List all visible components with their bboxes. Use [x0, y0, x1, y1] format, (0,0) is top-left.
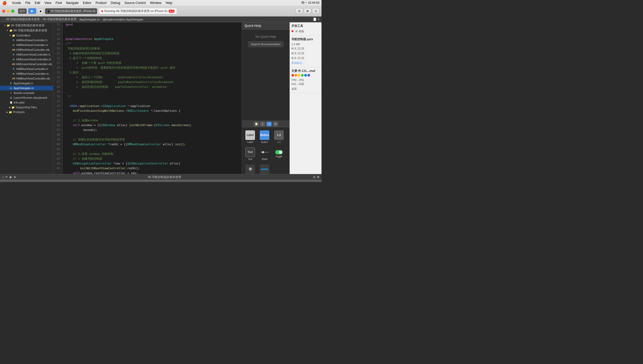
tree-launchscreen[interactable]: ▤ LaunchScreen.storyboard	[0, 95, 53, 100]
menu-editor[interactable]: Editor	[83, 1, 91, 5]
file-label: HMGreenViewController.h	[16, 53, 50, 56]
toggle-icon	[275, 150, 283, 154]
line-num: 23	[55, 61, 60, 65]
add-file-btn[interactable]: +	[2, 176, 4, 179]
path-part-1[interactable]: 06-导航控制器的基本使用	[6, 17, 40, 21]
tree-hmred-xib[interactable]: xib HMRedViewController.xib	[0, 47, 53, 52]
chevron-icon: ▶	[9, 106, 11, 109]
path-part-2[interactable]: 06-导航控制器的基本使用	[43, 17, 76, 21]
er-item-snip[interactable]: snip....png	[291, 78, 320, 82]
er-item-ios[interactable]: ios1...试题	[291, 82, 320, 86]
inspector-right-btn2[interactable]: ⊠	[317, 175, 319, 179]
navigator-toggle[interactable]: ⊟	[296, 8, 303, 14]
obj-btn-circle[interactable]: ⊙	[266, 122, 272, 126]
close-button[interactable]	[2, 10, 5, 13]
obj-label[interactable]: Label Label	[244, 129, 257, 145]
search-documentation-button[interactable]: Search Documentation	[248, 41, 284, 47]
info-icon[interactable]: ℹ	[318, 18, 319, 21]
er-badge: 未·视频	[295, 30, 304, 33]
er-badge-item[interactable]: 未·视频	[291, 29, 320, 34]
tree-products[interactable]: ▶ 📁 Products	[0, 110, 53, 114]
menu-edit[interactable]: Edit	[35, 1, 40, 5]
nav-forward-btn[interactable]: ›	[4, 18, 5, 21]
button-text: Button	[261, 141, 268, 143]
code-area[interactable]: 15 16 17 18 19 20 21 22 23 24 25 26 27 2…	[53, 22, 242, 174]
line-num: 16	[55, 27, 60, 32]
folder-icon: 📁	[9, 29, 13, 32]
minimize-button[interactable]	[7, 10, 10, 13]
red-dot-icon	[291, 30, 294, 32]
er-item-desktop[interactable]: 桌面	[291, 86, 320, 91]
menu-file[interactable]: File	[25, 1, 30, 5]
tree-hmgreen-xib[interactable]: xib HMGreenViewController.xib	[0, 62, 53, 67]
file-label: AppDelegate.m	[14, 86, 34, 90]
color-dot-blue[interactable]	[304, 74, 307, 77]
path-part-3[interactable]: AppDelegate.m	[80, 18, 100, 21]
obj-spinner[interactable]: ✳ Spinner	[244, 163, 257, 174]
obj-btn-code[interactable]: {}	[260, 122, 265, 126]
scheme-selector[interactable]: 📱 06-导航控制器的基本使用 › iPhone 6s	[45, 8, 97, 14]
menu-find[interactable]: Find	[56, 1, 62, 5]
tree-controllers-folder[interactable]: ▼ 📁 Controllers	[0, 33, 53, 38]
menu-help[interactable]: Help	[166, 1, 172, 5]
object-library: 📋 {} ⊙ ⊞ Label Label Button Button 1 2 1…	[242, 121, 290, 174]
tree-assets[interactable]: ⊙ Assets.xcassets	[0, 90, 53, 95]
file-label: Supporting Files	[16, 106, 37, 109]
bottom-btn-3[interactable]: ◉	[9, 175, 12, 179]
obj-button[interactable]: Button Button	[258, 129, 271, 145]
tree-infoplist[interactable]: 📋 Info.plist	[0, 100, 53, 105]
er-add-note[interactable]: 添加标记...	[291, 61, 320, 65]
color-dot-orange[interactable]	[295, 74, 297, 77]
obj-progress[interactable]: Progress	[258, 163, 271, 174]
tree-hmred-m[interactable]: m HMRedViewController.m	[0, 43, 53, 47]
file-label: HMRedViewController.h	[16, 39, 47, 42]
tree-hmgreen-m[interactable]: m HMGreenViewController.m	[0, 57, 53, 62]
debug-toggle[interactable]: ⊠	[304, 8, 311, 14]
file-label: HMBlueViewController.m	[16, 72, 49, 75]
obj-btn-grid[interactable]: ⊞	[273, 122, 278, 126]
tree-hmblue-m[interactable]: m HMBlueViewController.m	[0, 71, 53, 76]
stop-button[interactable]: ■	[38, 9, 43, 14]
color-dot-yellow[interactable]	[298, 74, 300, 77]
color-dot-purple[interactable]	[307, 74, 310, 77]
bottom-btn-4[interactable]: ⊕	[14, 175, 16, 179]
obj-text[interactable]: Text Text	[244, 146, 257, 162]
menu-view[interactable]: View	[44, 1, 51, 5]
code-content[interactable]: @end @implementation AppDelegate /** 导航控…	[63, 22, 242, 174]
tree-appdelegate-h[interactable]: h AppDelegate.h	[0, 81, 53, 86]
tree-hmred-h[interactable]: h HMRedViewController.h	[0, 38, 53, 43]
slider-text: Slider	[261, 158, 267, 160]
tree-hmblue-xib[interactable]: xib HMBlueViewController.xib	[0, 76, 53, 81]
menu-window[interactable]: Window	[150, 1, 162, 5]
menu-source-control[interactable]: Source Control	[125, 1, 146, 5]
menu-navigate[interactable]: Navigate	[66, 1, 79, 5]
apple-menu[interactable]: 🍎	[2, 1, 7, 5]
obj-segmented[interactable]: 1 2 1 2	[272, 129, 286, 145]
color-dot-green[interactable]	[301, 74, 304, 77]
line-num: 37	[55, 128, 60, 133]
tree-project[interactable]: ▼ 📁 06-导航控制器的基本使用	[0, 28, 53, 33]
nav-back-btn[interactable]: ‹	[2, 18, 3, 21]
run-button[interactable]: ▶	[28, 8, 36, 14]
er-date-1: 昨天 22:26	[291, 46, 320, 51]
menu-debug[interactable]: Debug	[111, 1, 120, 5]
tree-hmgreen-h[interactable]: h HMGreenViewController.h	[0, 52, 53, 57]
tree-root[interactable]: ▼ 📁 06-导航控制器的基本使用	[0, 23, 53, 28]
tree-appdelegate-m[interactable]: m AppDelegate.m	[0, 86, 53, 90]
bottom-btn-2[interactable]: ⟳	[5, 175, 8, 179]
maximize-button[interactable]	[11, 10, 14, 13]
tree-hmblue-h[interactable]: h HMBlueViewController.h	[0, 67, 53, 71]
inspector-right-btn[interactable]: ⊟	[313, 175, 315, 179]
obj-slider[interactable]: Slider	[258, 146, 271, 162]
file-icon[interactable]: 📄	[313, 18, 317, 21]
obj-btn-copy[interactable]: 📋	[254, 122, 259, 126]
obj-toggle[interactable]: Toggle	[272, 146, 286, 162]
menu-product[interactable]: Product	[96, 1, 106, 5]
menu-xcode[interactable]: Xcode	[12, 1, 21, 5]
label-icon: Label	[245, 130, 255, 140]
tree-supporting[interactable]: ▶ 📁 Supporting Files	[0, 105, 53, 110]
pause-label: 暂停	[18, 9, 27, 14]
path-part-4[interactable]: @implementation AppDelegate	[103, 18, 143, 21]
color-dot-red[interactable]	[291, 74, 294, 77]
inspector-toggle[interactable]: ⊡	[312, 8, 319, 14]
